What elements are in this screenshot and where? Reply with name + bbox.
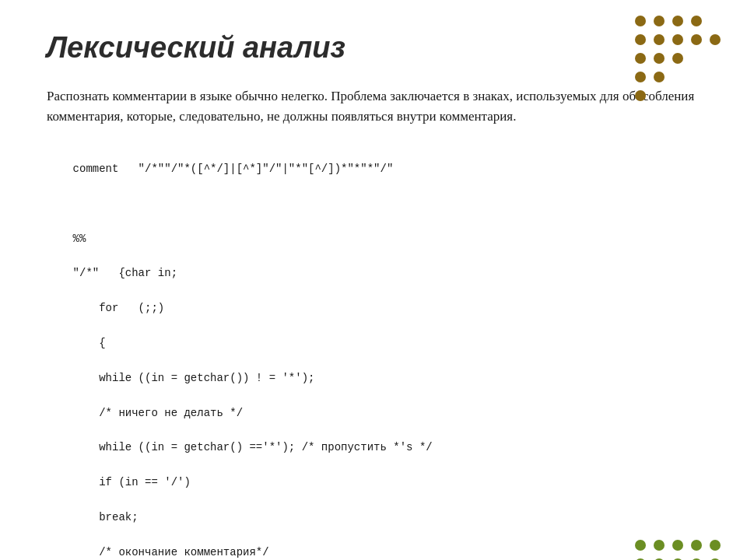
code-line-5: for (;;) [73,302,165,314]
decorative-dot [710,34,721,45]
decorative-dot [654,540,665,551]
decorative-dot [672,90,683,101]
decorative-dot [710,16,721,26]
decorative-dot [691,34,702,45]
body-paragraph: Распознать комментарии в языке обычно не… [47,86,700,128]
decorative-dot [635,53,646,64]
decorative-dot [691,90,702,101]
decorative-dot [691,72,702,82]
decorative-dot [654,90,665,101]
decorative-dot [710,90,721,101]
decorative-dot [691,540,702,551]
decorative-dots-bottom-right [635,540,724,560]
code-line-7: while ((in = getchar()) ! = '*'); [73,372,315,384]
code-line-6: { [73,337,106,349]
decorative-dot [672,16,683,26]
decorative-dot [635,34,646,45]
decorative-dot [654,34,665,45]
page: Лексический анализ Распознать комментари… [0,0,747,560]
decorative-dots-top-right [635,16,724,104]
decorative-dot [635,90,646,101]
code-line-10: if (in == '/') [73,476,191,488]
code-line-3: %% [73,233,86,245]
decorative-dot [691,16,702,26]
decorative-dot [635,540,646,551]
decorative-dot [635,16,646,26]
code-line-11: break; [73,511,139,523]
decorative-dot [710,53,721,64]
page-title: Лексический анализ [47,31,700,65]
decorative-dot [691,53,702,64]
decorative-dot [654,53,665,64]
code-line-9: while ((in = getchar() =='*'); /* пропус… [73,441,433,453]
decorative-dot [654,72,665,82]
decorative-dot [672,72,683,82]
decorative-dot [710,540,721,551]
decorative-dot [710,72,721,82]
code-block: comment "/*""/"*([^*/]|[^*]"/"|"*"[^/])*… [47,143,700,560]
decorative-dot [672,540,683,551]
decorative-dot [635,72,646,82]
code-line-8: /* ничего не делать */ [73,407,243,419]
decorative-dot [672,53,683,64]
decorative-dot [672,34,683,45]
decorative-dot [654,16,665,26]
code-line-4: "/*" {char in; [73,267,177,279]
code-line-12: /* окончание комментария*/ [73,546,269,558]
code-line-1: comment "/*""/"*([^*/]|[^*]"/"|"*"[^/])*… [73,163,394,175]
